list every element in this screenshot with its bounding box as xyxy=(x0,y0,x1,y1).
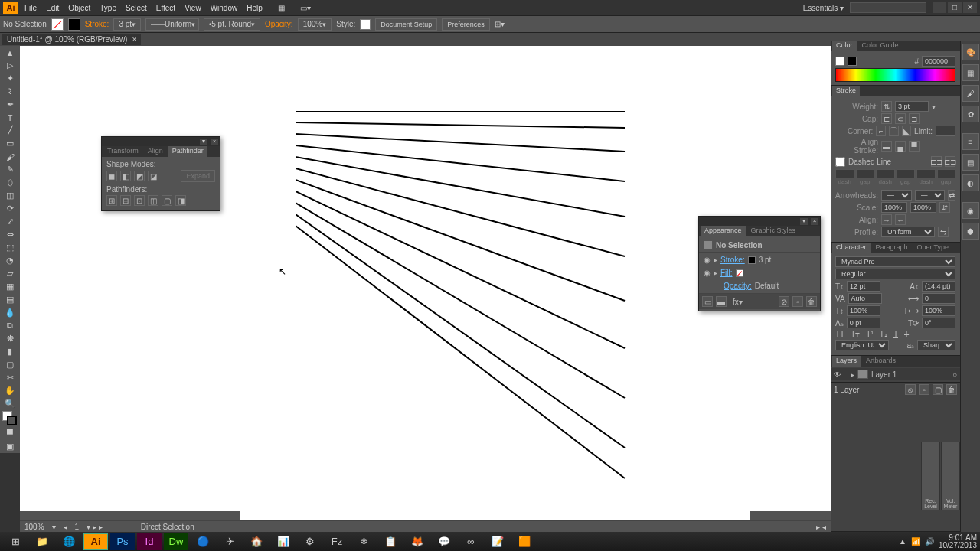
strip-brushes-icon[interactable]: 🖌 xyxy=(962,85,979,102)
align-arrow-1[interactable]: → xyxy=(881,214,892,225)
superscript-icon[interactable]: T¹ xyxy=(866,330,873,338)
antialiasing[interactable]: Sharp xyxy=(917,340,956,350)
workspace-switcher[interactable]: Essentials ▾ xyxy=(803,4,844,12)
menu-window[interactable]: Window xyxy=(211,4,238,12)
strip-appearance-icon[interactable]: ◉ xyxy=(962,202,979,219)
tab-character[interactable]: Character xyxy=(832,243,871,253)
indesign-icon[interactable]: Id xyxy=(137,533,162,550)
delete-icon[interactable]: 🗑 xyxy=(806,296,817,307)
chrome-icon[interactable]: 🌐 xyxy=(57,533,81,550)
align-center[interactable]: ▬ xyxy=(881,141,892,152)
stroke-label[interactable]: Stroke: xyxy=(85,20,109,28)
trim-icon[interactable]: ⊟ xyxy=(120,195,131,206)
app-icon-4[interactable]: ⚙ xyxy=(298,533,322,550)
smallcaps-icon[interactable]: Tᴛ xyxy=(851,330,860,338)
stroke-weight-input[interactable]: 3 pt ▾ xyxy=(113,18,141,31)
allcaps-icon[interactable]: TT xyxy=(835,330,844,338)
close-button[interactable]: ✕ xyxy=(963,2,977,13)
corner-round[interactable]: ⌒ xyxy=(889,126,899,136)
clear-icon[interactable]: ⊘ xyxy=(779,296,789,307)
unite-icon[interactable]: ◼ xyxy=(106,171,117,181)
strip-transparency-icon[interactable]: ◐ xyxy=(962,174,979,191)
strip-gradient-icon[interactable]: ▤ xyxy=(962,154,979,171)
leading[interactable] xyxy=(922,281,956,292)
expand-button[interactable]: Expand xyxy=(181,170,215,182)
dash1[interactable] xyxy=(835,169,854,178)
dash3[interactable] xyxy=(916,169,936,178)
arrow-start[interactable]: — xyxy=(881,190,912,201)
app-icon-8[interactable]: 🟧 xyxy=(512,533,537,550)
brush-select[interactable]: —— Uniform ▾ xyxy=(145,18,199,31)
gap1[interactable] xyxy=(856,169,875,178)
miter-limit[interactable] xyxy=(936,126,956,136)
pencil-tool[interactable]: ✎ xyxy=(0,163,20,176)
tab-paragraph[interactable]: Paragraph xyxy=(872,243,912,253)
symbol-sprayer-tool[interactable]: ❋ xyxy=(0,332,20,345)
horizontal-scale[interactable] xyxy=(922,305,956,316)
perspective-tool[interactable]: ▱ xyxy=(0,267,20,280)
baseline-shift[interactable] xyxy=(847,318,880,328)
slice-tool[interactable]: ✂ xyxy=(0,371,20,384)
app-icon-5[interactable]: ❄ xyxy=(351,533,376,550)
dash-align[interactable]: ⊏⊐ xyxy=(945,156,956,167)
vertical-scale[interactable] xyxy=(847,305,880,316)
underline-icon[interactable]: T xyxy=(893,330,898,338)
tab-graphic-styles[interactable]: Graphic Styles xyxy=(747,226,800,236)
start-button[interactable]: ⊞ xyxy=(3,533,28,550)
blob-brush-tool[interactable]: ⬯ xyxy=(0,176,20,189)
gradient-tool[interactable]: ▤ xyxy=(0,293,20,306)
graph-tool[interactable]: ▮ xyxy=(0,345,20,358)
duplicate-icon[interactable]: ▫ xyxy=(792,296,803,307)
collapse-icon[interactable]: ▾ xyxy=(200,139,207,145)
hex-input[interactable] xyxy=(922,56,956,67)
strip-symbols-icon[interactable]: ✿ xyxy=(962,106,979,122)
stroke-swatch[interactable] xyxy=(68,18,80,31)
menu-help[interactable]: Help xyxy=(247,4,263,12)
collapse-icon[interactable]: ▾ xyxy=(800,218,808,225)
zoom-tool[interactable]: 🔍 xyxy=(0,397,20,410)
minus-back-icon[interactable]: ◨ xyxy=(175,195,186,206)
subscript-icon[interactable]: T₁ xyxy=(880,330,887,338)
tab-appearance[interactable]: Appearance xyxy=(701,226,746,236)
stroke-weight[interactable] xyxy=(895,101,929,112)
tab-pathfinder[interactable]: Pathfinder xyxy=(168,146,207,157)
strip-color-icon[interactable]: 🎨 xyxy=(962,44,979,60)
paintbrush-tool[interactable]: 🖌 xyxy=(0,150,20,163)
fill-stroke-control[interactable] xyxy=(0,410,20,427)
line-tool[interactable]: ╱ xyxy=(0,124,20,137)
stroke-link[interactable]: Stroke: xyxy=(720,256,745,264)
type-tool[interactable]: T xyxy=(0,111,20,124)
strip-swatches-icon[interactable]: ▦ xyxy=(962,64,979,81)
fx-icon[interactable]: fx▾ xyxy=(733,298,743,306)
kerning[interactable] xyxy=(848,293,882,304)
preferences-button[interactable]: Preferences xyxy=(442,18,490,31)
rectangle-tool[interactable]: ▭ xyxy=(0,137,20,150)
skype-icon[interactable]: 🔵 xyxy=(191,533,215,550)
close-tab-icon[interactable]: × xyxy=(132,35,136,44)
cap-round[interactable]: ⊂ xyxy=(895,113,906,124)
eraser-tool[interactable]: ◫ xyxy=(0,189,20,202)
merge-icon[interactable]: ⊡ xyxy=(134,195,145,206)
close-icon[interactable]: × xyxy=(211,139,218,145)
dash-preserve[interactable]: ⊏⊐ xyxy=(931,156,942,167)
volume-icon[interactable]: 🔊 xyxy=(925,537,934,546)
app-icon-6[interactable]: 📋 xyxy=(378,533,403,550)
layer-name[interactable]: Layer 1 xyxy=(871,370,897,379)
strip-stroke-icon[interactable]: ≡ xyxy=(962,133,979,150)
menu-select[interactable]: Select xyxy=(126,4,147,12)
layout-icon[interactable]: ▦ xyxy=(278,4,285,12)
minus-front-icon[interactable]: ◧ xyxy=(120,171,131,181)
zoom-level[interactable]: 100% xyxy=(24,523,44,531)
visibility-icon[interactable]: ◉ xyxy=(704,256,710,264)
close-icon[interactable]: × xyxy=(811,218,818,225)
tab-opentype[interactable]: OpenType xyxy=(913,243,953,253)
menu-effect[interactable]: Effect xyxy=(156,4,175,12)
selection-tool[interactable]: ▲ xyxy=(0,46,20,59)
strip-graphic-styles-icon[interactable]: ⬢ xyxy=(962,223,979,240)
arrow-scale-end[interactable] xyxy=(910,202,936,213)
opacity-input[interactable]: 100% ▾ xyxy=(298,18,332,31)
photoshop-icon[interactable]: Ps xyxy=(110,533,135,550)
stroke-color-swatch[interactable] xyxy=(748,256,756,264)
free-transform-tool[interactable]: ⬚ xyxy=(0,241,20,254)
intersect-icon[interactable]: ◩ xyxy=(134,171,145,181)
